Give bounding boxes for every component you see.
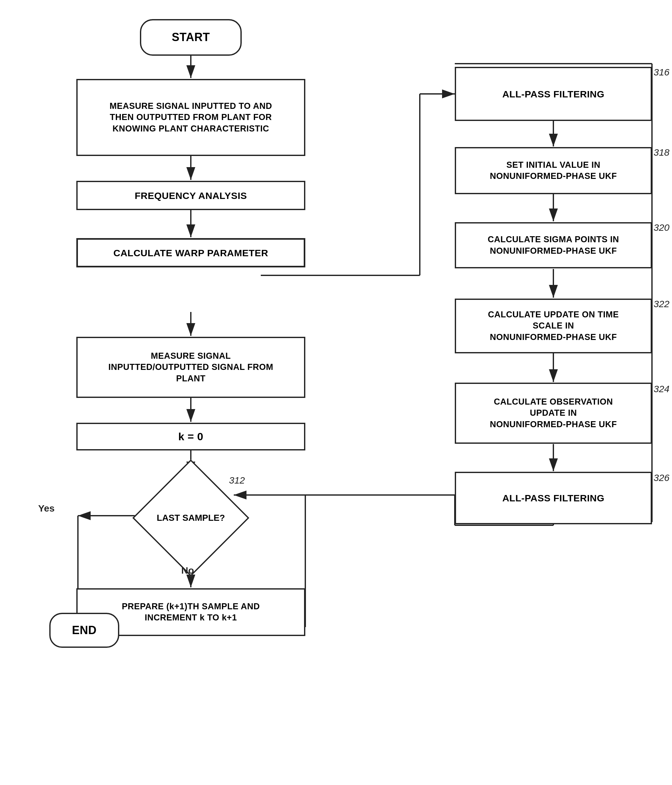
ref-322: 322 [653,299,669,310]
node-312-wrapper: LAST SAMPLE? [108,475,273,561]
node-306: CALCULATE WARP PARAMETER [76,238,305,267]
node-326: ALL-PASS FILTERING [455,472,652,524]
end-node: END [49,613,119,648]
node-312-text: LAST SAMPLE? [157,512,225,524]
node-310: k = 0 [76,423,305,450]
yes-label: Yes [38,503,55,514]
flowchart: START 302 MEASURE SIGNAL INPUTTED TO AND… [0,0,672,785]
ref-320: 320 [653,222,669,233]
node-304: FREQUENCY ANALYSIS [76,181,305,210]
node-308: MEASURE SIGNAL INPUTTED/OUTPUTTED SIGNAL… [76,337,305,398]
ref-318: 318 [653,147,669,158]
node-318: SET INITIAL VALUE IN NONUNIFORMED-PHASE … [455,147,652,194]
node-322: CALCULATE UPDATE ON TIME SCALE IN NONUNI… [455,299,652,353]
node-316: ALL-PASS FILTERING [455,67,652,121]
start-node: START [140,19,242,56]
node-324: CALCULATE OBSERVATION UPDATE IN NONUNIFO… [455,383,652,444]
node-320: CALCULATE SIGMA POINTS IN NONUNIFORMED-P… [455,222,652,268]
ref-324: 324 [653,383,669,394]
ref-316: 316 [653,67,669,78]
no-label: No [181,565,194,576]
node-302: MEASURE SIGNAL INPUTTED TO AND THEN OUTP… [76,79,305,156]
ref-326: 326 [653,472,669,483]
